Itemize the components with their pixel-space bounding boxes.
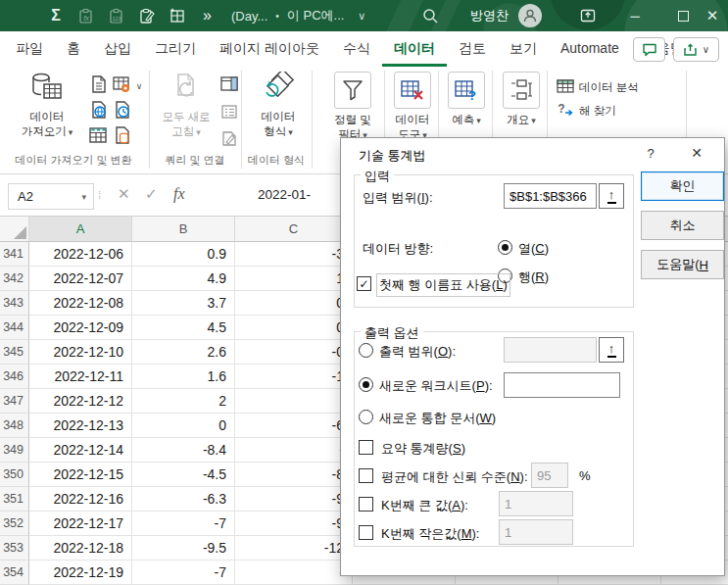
name-box-dropdown-icon[interactable]: ▾ bbox=[81, 192, 93, 202]
solver-button[interactable]: ? 해 찾기 bbox=[557, 102, 616, 120]
column-header-c[interactable]: C bbox=[235, 217, 353, 242]
cell-date[interactable]: 2022-12-13 bbox=[29, 414, 132, 438]
ribbon-tab[interactable]: 그리기 bbox=[143, 31, 208, 67]
kth-largest-label[interactable]: K번째 큰 값(A): bbox=[381, 497, 468, 514]
cancel-entry-button[interactable]: ✕ bbox=[118, 185, 130, 203]
cancel-button[interactable]: 취소 bbox=[641, 211, 724, 240]
cell-value-c[interactable]: -6 bbox=[235, 414, 353, 438]
formula-bar-grip[interactable]: ⁞ bbox=[98, 189, 101, 201]
paste-special-icon[interactable] bbox=[138, 7, 156, 24]
cell-value-c[interactable]: -9 bbox=[235, 512, 353, 536]
row-number[interactable]: 353 bbox=[0, 536, 29, 561]
confidence-level-field[interactable] bbox=[531, 463, 568, 488]
kth-largest-checkbox[interactable] bbox=[359, 497, 373, 512]
cell-value-c[interactable]: - bbox=[235, 561, 353, 585]
output-range-field[interactable] bbox=[504, 337, 597, 363]
grouped-by-columns-radio[interactable] bbox=[498, 240, 512, 255]
row-number[interactable]: 342 bbox=[0, 267, 29, 291]
row-number[interactable]: 351 bbox=[0, 487, 29, 512]
cell-date[interactable]: 2022-12-08 bbox=[29, 291, 132, 316]
cell-value-c[interactable]: -9 bbox=[235, 487, 353, 512]
properties-icon[interactable] bbox=[220, 104, 238, 123]
new-worksheet-radio[interactable] bbox=[359, 377, 373, 392]
cell-date[interactable]: 2022-12-15 bbox=[29, 463, 132, 487]
confidence-level-label[interactable]: 평균에 대한 신뢰 수준(N): bbox=[381, 468, 528, 486]
grouped-by-columns-label[interactable]: 열(C) bbox=[518, 240, 549, 258]
recent-sources-icon[interactable] bbox=[113, 100, 131, 123]
row-number[interactable]: 343 bbox=[0, 291, 29, 316]
qat-more-commands[interactable]: » bbox=[199, 7, 217, 24]
ribbon-tab[interactable]: 페이지 레이아웃 bbox=[208, 31, 331, 67]
cell-value-b[interactable]: 2.6 bbox=[132, 340, 235, 365]
cell-value-b[interactable]: 0.9 bbox=[132, 242, 235, 267]
cell-date[interactable]: 2022-12-11 bbox=[29, 365, 132, 389]
outline-button[interactable]: 개요▾ bbox=[498, 72, 545, 128]
row-number[interactable]: 352 bbox=[0, 512, 29, 536]
ok-button[interactable]: 확인 bbox=[641, 171, 724, 201]
cell-value-b[interactable]: 0 bbox=[132, 414, 235, 438]
ribbon-tab[interactable]: 홈 bbox=[55, 31, 92, 67]
comments-button[interactable] bbox=[633, 37, 665, 62]
cell-value-b[interactable]: 2 bbox=[132, 389, 235, 414]
column-header-a[interactable]: A bbox=[29, 217, 132, 242]
labels-first-row-label[interactable]: 첫째 행 이름표 사용(L) bbox=[379, 276, 508, 294]
formula-bar-value[interactable]: 2022-01- bbox=[258, 187, 311, 202]
forecast-button[interactable]: ? 예측▾ bbox=[444, 72, 489, 128]
get-data-button[interactable]: 데이터 가져오기▾ bbox=[10, 72, 84, 140]
cell-value-b[interactable]: 4.5 bbox=[132, 316, 235, 340]
avatar[interactable] bbox=[518, 4, 542, 27]
document-title[interactable]: (Day... • 이 PC에... ∨ bbox=[231, 0, 365, 31]
kth-largest-field[interactable] bbox=[499, 491, 573, 516]
existing-connections-icon[interactable] bbox=[113, 125, 131, 149]
ribbon-tab[interactable]: 파일 bbox=[4, 31, 55, 67]
cell-date[interactable]: 2022-12-10 bbox=[29, 340, 132, 365]
cell-value-c[interactable]: 1 bbox=[235, 267, 353, 291]
paste-formula-icon[interactable]: fx bbox=[77, 7, 95, 24]
select-all-button[interactable] bbox=[0, 217, 29, 242]
minimize-button[interactable]: ─ bbox=[614, 0, 655, 31]
ribbon-tab[interactable]: 데이터 bbox=[382, 31, 447, 67]
cell-date[interactable]: 2022-12-16 bbox=[29, 487, 132, 512]
cell-value-c[interactable]: -3 bbox=[235, 242, 353, 267]
ribbon-tab[interactable]: 삽입 bbox=[92, 31, 143, 67]
from-picture-dropdown-icon[interactable]: ∨ bbox=[136, 81, 143, 91]
cell-value-c[interactable]: -1 bbox=[235, 365, 353, 389]
kth-smallest-checkbox[interactable] bbox=[359, 525, 373, 540]
cell-value-b[interactable]: -7 bbox=[132, 512, 235, 536]
confidence-level-checkbox[interactable] bbox=[359, 468, 373, 483]
insert-function-button[interactable]: fx bbox=[173, 185, 185, 203]
ribbon-display-options-button[interactable] bbox=[567, 0, 608, 31]
cell-date[interactable]: 2022-12-09 bbox=[29, 316, 132, 340]
from-picture-icon[interactable] bbox=[112, 74, 131, 98]
new-worksheet-field[interactable] bbox=[504, 372, 620, 398]
row-number[interactable]: 354 bbox=[0, 561, 29, 585]
cell-value-c[interactable]: 0 bbox=[235, 291, 353, 316]
new-table-icon[interactable] bbox=[169, 7, 186, 24]
cell-value-b[interactable]: -8.4 bbox=[132, 438, 235, 463]
ribbon-tab[interactable]: 검토 bbox=[447, 31, 498, 67]
from-table-range-icon[interactable] bbox=[88, 126, 108, 149]
row-number[interactable]: 344 bbox=[0, 316, 29, 340]
cell-date[interactable]: 2022-12-17 bbox=[29, 512, 132, 536]
output-range-collapse-button[interactable]: ↑ bbox=[599, 337, 624, 363]
refresh-all-button[interactable]: 모두 새로 고침▾ bbox=[155, 72, 218, 140]
cell-value-b[interactable]: -7 bbox=[132, 561, 235, 585]
share-button[interactable]: ∨ bbox=[673, 37, 719, 62]
input-range-field[interactable] bbox=[504, 183, 597, 209]
ribbon-tab[interactable]: 보기 bbox=[498, 31, 549, 67]
cell-value-b[interactable]: -6.3 bbox=[132, 487, 235, 512]
from-web-icon[interactable] bbox=[89, 100, 108, 123]
grouped-by-rows-label[interactable]: 행(R) bbox=[518, 268, 549, 286]
enter-entry-button[interactable]: ✓ bbox=[145, 185, 158, 203]
new-workbook-radio[interactable] bbox=[359, 410, 373, 424]
cell-value-b[interactable]: 3.7 bbox=[132, 291, 235, 316]
row-number[interactable]: 345 bbox=[0, 340, 29, 365]
cell-value-b[interactable]: -9.5 bbox=[132, 536, 235, 561]
row-number[interactable]: 346 bbox=[0, 365, 29, 389]
kth-smallest-label[interactable]: K번째 작은값(M): bbox=[381, 525, 479, 543]
cell-date[interactable]: 2022-12-07 bbox=[29, 267, 132, 291]
autosum-icon[interactable]: Σ bbox=[47, 7, 65, 24]
help-button[interactable]: 도움말(H bbox=[641, 250, 724, 279]
output-range-radio[interactable] bbox=[359, 343, 373, 358]
cell-value-c[interactable]: -12 bbox=[235, 536, 353, 561]
